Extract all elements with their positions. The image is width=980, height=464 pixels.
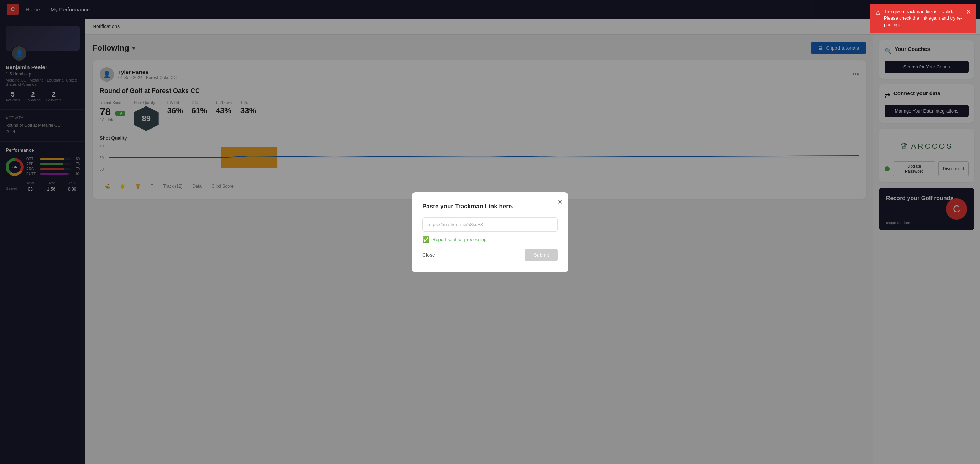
- toast-close-btn[interactable]: ✕: [966, 8, 971, 15]
- trackman-link-input[interactable]: [422, 217, 558, 232]
- error-toast: ⚠ The given trackman link is invalid. Pl…: [870, 3, 977, 33]
- modal-close-x-btn[interactable]: ✕: [557, 198, 563, 206]
- modal-submit-btn[interactable]: Submit: [525, 249, 558, 261]
- warning-icon: ⚠: [875, 9, 880, 17]
- check-icon: ✅: [422, 236, 430, 243]
- modal-overlay[interactable]: Paste your Trackman Link here. ✕ ✅ Repor…: [0, 0, 980, 464]
- success-text: Report sent for processing: [432, 237, 487, 242]
- modal-footer: Close Submit: [422, 249, 558, 261]
- modal-close-btn[interactable]: Close: [422, 252, 435, 258]
- modal-success-msg: ✅ Report sent for processing: [422, 236, 558, 243]
- modal-title: Paste your Trackman Link here.: [422, 203, 558, 210]
- toast-message: The given trackman link is invalid. Plea…: [884, 8, 963, 28]
- trackman-modal: Paste your Trackman Link here. ✕ ✅ Repor…: [412, 192, 568, 272]
